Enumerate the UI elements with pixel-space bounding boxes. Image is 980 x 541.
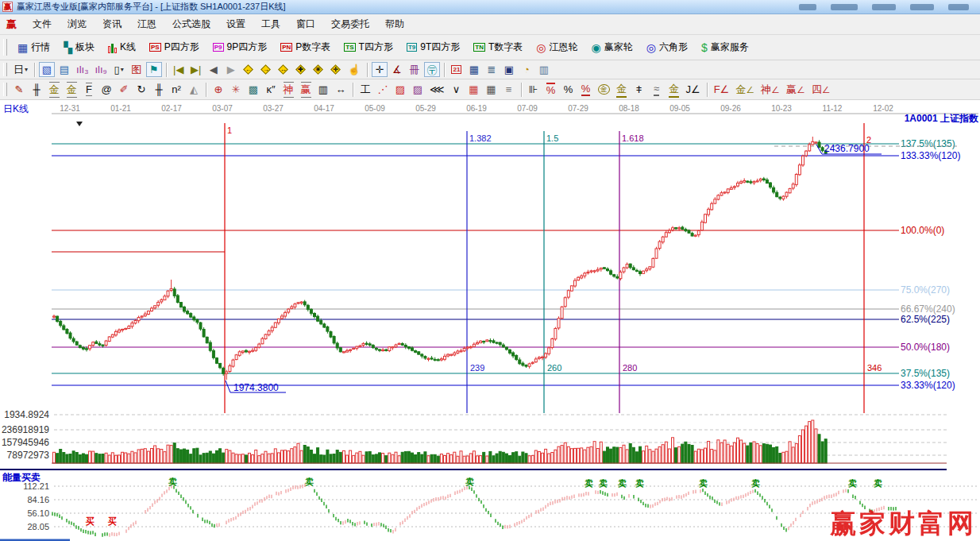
f10-info-button[interactable]: ▤	[56, 62, 72, 77]
percent-top-button[interactable]: %	[543, 82, 559, 97]
angle-j-button[interactable]: J∠	[684, 82, 703, 97]
titlebar-blurred-item[interactable]	[910, 4, 934, 10]
color-flag-button[interactable]: ⚑	[146, 62, 162, 77]
period-day-button[interactable]: 日▾	[11, 62, 30, 77]
gold-circle-button[interactable]: 金	[596, 82, 612, 97]
menu-item-资讯[interactable]: 资讯	[95, 14, 129, 34]
clock-chart-button[interactable]: ◔	[519, 62, 534, 77]
diamond-plus-button[interactable]: ✚	[293, 62, 309, 77]
wave-line-button[interactable]: ≈	[649, 82, 665, 97]
angle-f-button[interactable]: F∠	[712, 82, 732, 97]
window-tool-button[interactable]: 冊	[407, 62, 422, 77]
menu-item-公式选股[interactable]: 公式选股	[164, 14, 218, 34]
low-price-annotation[interactable]: 1974.3800	[233, 382, 279, 393]
angle-gold-button[interactable]: 金∠	[733, 82, 757, 97]
notepad-button[interactable]: ≣	[484, 62, 500, 77]
t9-square-button[interactable]: T99T四方形	[400, 37, 466, 57]
f-grid-button[interactable]: F	[81, 82, 97, 97]
titlebar-blurred-item[interactable]	[948, 4, 969, 10]
gold-line-button[interactable]: 金	[614, 82, 630, 97]
next-page-button[interactable]: ▶	[223, 62, 239, 77]
p9-square-button[interactable]: P99P四方形	[206, 37, 273, 57]
menu-item-窗口[interactable]: 窗口	[288, 14, 323, 34]
t-number-button[interactable]: TNT数字表	[467, 37, 529, 57]
angle-ying-button[interactable]: 赢∠	[784, 82, 808, 97]
gold-grid-1-button[interactable]: 金	[46, 82, 62, 97]
fan-red-button[interactable]: ⋰	[375, 82, 391, 97]
winner-wheel-button[interactable]: ◉赢家轮	[585, 37, 639, 57]
measure-width-button[interactable]: ↔	[333, 82, 349, 97]
pen-vertical-button[interactable]: ǂ	[631, 82, 647, 97]
chart-area[interactable]: 12-3101-2102-1703-0703-2704-1705-0905-29…	[0, 100, 980, 541]
market-map-button[interactable]: ▧	[39, 62, 55, 77]
grid-red-button[interactable]: ▦	[466, 82, 482, 97]
grid-ruler-button[interactable]: ╫	[29, 82, 44, 97]
fan-box-purple-button[interactable]: ▨	[410, 82, 426, 97]
n2-grid-button[interactable]: n²	[168, 82, 184, 97]
hand-tool-button[interactable]: ☝	[345, 62, 363, 77]
p-number-button[interactable]: PNP数字表	[274, 37, 337, 57]
sectors-button[interactable]: ▚板块	[57, 37, 101, 57]
prev-page-button[interactable]: ◀	[206, 62, 222, 77]
kline-button[interactable]: K线	[102, 37, 142, 57]
parallel-lines-button[interactable]: ≡	[501, 82, 517, 97]
menu-item-帮助[interactable]: 帮助	[377, 14, 412, 34]
first-page-button[interactable]: |◀	[171, 62, 187, 77]
ying-grid-button[interactable]: 赢	[298, 82, 314, 97]
star-web-button[interactable]: ✳	[228, 82, 244, 97]
scale-chart-button[interactable]: ⊪	[526, 82, 542, 97]
v-lines-button[interactable]: ∨	[449, 82, 465, 97]
flag-cone-button[interactable]: ◭	[186, 82, 202, 97]
computer-button[interactable]: ▥	[536, 62, 552, 77]
diamond-right-button[interactable]: →	[258, 62, 274, 77]
k-marks-button[interactable]: ĸ″	[263, 82, 279, 97]
titlebar-blurred-item[interactable]	[831, 4, 858, 10]
menu-item-文件[interactable]: 文件	[25, 14, 60, 34]
spiral-tool-button[interactable]: @	[98, 82, 114, 97]
fan-lines-button[interactable]: ⋘	[427, 82, 447, 97]
box-tool-button[interactable]: 工	[357, 82, 373, 97]
t-square-button[interactable]: TST四方形	[338, 37, 399, 57]
last-page-button[interactable]: ▶|	[188, 62, 204, 77]
fan-box-red-button[interactable]: ▨	[392, 82, 408, 97]
ruler-123-button[interactable]: ▥	[315, 82, 331, 97]
web-box-button[interactable]: ▩	[245, 82, 261, 97]
diamond-left-button[interactable]: ←	[241, 62, 257, 77]
menu-item-工具[interactable]: 工具	[253, 14, 288, 34]
candle-type-button[interactable]: ▯▾	[111, 62, 127, 77]
angle-measure-button[interactable]: ∡	[389, 62, 405, 77]
calendar-button[interactable]: 21	[449, 62, 465, 77]
calculator-button[interactable]: ▦	[466, 62, 482, 77]
target-circle-button[interactable]: ⊕	[210, 82, 226, 97]
angle-shen-button[interactable]: 神∠	[758, 82, 782, 97]
diamond-star-button[interactable]: ✳	[311, 62, 326, 77]
menu-item-交易委托[interactable]: 交易委托	[323, 14, 377, 34]
percent-line-button[interactable]: %	[578, 82, 594, 97]
grid-black-button[interactable]: ▦	[484, 82, 500, 97]
menu-item-设置[interactable]: 设置	[218, 14, 253, 34]
menu-item-浏览[interactable]: 浏览	[60, 14, 95, 34]
menu-item-江恩[interactable]: 江恩	[129, 14, 164, 34]
gann-pattern-button[interactable]: 图	[129, 62, 145, 77]
diamond-cross-button[interactable]: ✛	[328, 62, 344, 77]
quotes-button[interactable]: ▦行情	[11, 37, 56, 57]
titlebar-blurred-item[interactable]	[799, 4, 816, 10]
angle-si-button[interactable]: 四∠	[809, 82, 833, 97]
p-square-button[interactable]: PSP四方形	[143, 37, 206, 57]
kline-chart-canvas[interactable]: 12-3101-2102-1703-0703-2704-1705-0905-29…	[0, 100, 980, 541]
hexagon-button[interactable]: ◎六角形	[640, 37, 694, 57]
gold-grid-2-button[interactable]: 金	[64, 82, 79, 97]
bars-9-button[interactable]: ılı₉	[92, 62, 109, 77]
shen-grid-button[interactable]: 神	[280, 82, 296, 97]
gann-wheel-button[interactable]: ◎江恩轮	[530, 37, 584, 57]
brush-red-button[interactable]: ✐	[116, 82, 132, 97]
winner-service-button[interactable]: $赢家服务	[695, 37, 755, 57]
diamond-horizontal-button[interactable]: ↔	[276, 62, 291, 77]
high-price-annotation[interactable]: 2436.7900	[824, 143, 870, 154]
gold-line-2-button[interactable]: 金	[666, 82, 682, 97]
titlebar-blurred-item[interactable]	[872, 4, 896, 10]
bars-3-button[interactable]: ılı₃	[74, 62, 91, 77]
percent-button[interactable]: %	[561, 82, 577, 97]
pen-tool-button[interactable]: ✎	[11, 82, 27, 97]
cycle-tool-button[interactable]: 〶	[424, 62, 440, 77]
